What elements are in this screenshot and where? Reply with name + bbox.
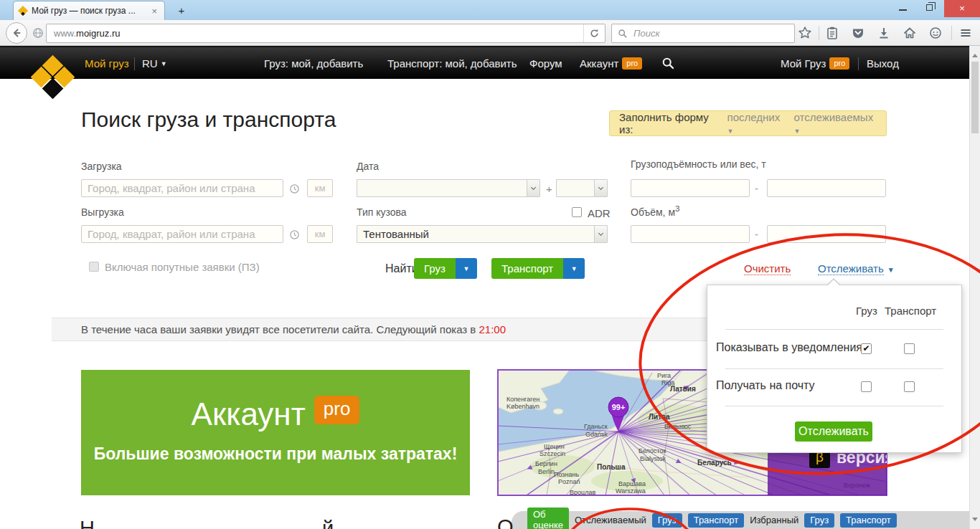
include-related-checkbox[interactable]: [89, 262, 99, 272]
site-logo[interactable]: [30, 56, 76, 103]
popup-col-transport: Транспорт: [885, 305, 936, 317]
search-input[interactable]: [632, 27, 788, 39]
toolbar-separator: [951, 26, 952, 40]
map-city-label: Белосток: [639, 447, 666, 454]
chevron-down-icon: ▼: [727, 128, 734, 135]
nav-transport-menu[interactable]: Транспорт: мой, добавить: [387, 47, 517, 80]
map-city-label: Poznań: [558, 478, 580, 485]
downloads-icon[interactable]: [877, 26, 891, 40]
bookmark-star-icon[interactable]: [798, 26, 812, 40]
select-arrow-icon: [594, 180, 607, 196]
fill-from-recent-link[interactable]: последних ▼: [727, 111, 786, 135]
find-transport-button[interactable]: Транспорт ▼: [491, 258, 585, 279]
chevron-down-icon: ▼: [794, 128, 801, 135]
scrollbar-thumb[interactable]: [971, 62, 979, 133]
window-restore-button[interactable]: [926, 4, 933, 11]
tab-close-icon[interactable]: ×: [150, 6, 159, 16]
favorites-cargo-button[interactable]: Груз: [804, 513, 834, 528]
url-bar[interactable]: www.moigruz.ru: [46, 24, 606, 43]
hamburger-menu-icon[interactable]: [958, 26, 973, 40]
unloading-city-input[interactable]: [81, 225, 283, 243]
chevron-down-icon[interactable]: ▼: [456, 258, 477, 279]
find-cargo-button[interactable]: Груз ▼: [414, 258, 477, 279]
page-title: Поиск груза и транспорта: [81, 108, 336, 132]
unloading-label: Выгрузка: [81, 206, 124, 218]
scroll-down-arrow-icon[interactable]: [972, 518, 978, 524]
nav-account[interactable]: Аккаунтpro: [580, 47, 642, 80]
map-city-label: Гданьск: [584, 423, 608, 430]
browser-toolbar: www.moigruz.ru: [0, 20, 980, 46]
reload-button[interactable]: [583, 24, 605, 42]
fill-form-label: Заполнить форму из:: [619, 111, 719, 135]
title-bar: Мой груз — поиск груза ... × + ×: [0, 0, 980, 20]
favorites-transport-button[interactable]: Транспорт: [840, 513, 897, 528]
volume-label: Объём, м3: [631, 204, 680, 218]
select-arrow-icon: [594, 226, 607, 242]
scroll-up-arrow-icon[interactable]: [972, 51, 978, 57]
nav-cargo-menu[interactable]: Груз: мой, добавить: [264, 47, 363, 80]
tracked-cargo-button[interactable]: Груз: [652, 513, 682, 528]
volume-to-input[interactable]: [767, 225, 886, 243]
banner-title: Аккаунтpro: [81, 396, 470, 432]
clock-icon[interactable]: [289, 229, 300, 240]
vertical-scrollbar[interactable]: [969, 46, 980, 529]
about-rating-button[interactable]: Об оценке: [527, 507, 569, 529]
range-dash: -: [755, 182, 758, 194]
adr-checkbox[interactable]: [572, 207, 582, 217]
body-type-select[interactable]: Тентованный: [357, 225, 608, 243]
hello-chat-icon[interactable]: [928, 26, 943, 40]
nav-forum[interactable]: Форум: [529, 47, 562, 80]
home-icon[interactable]: [903, 26, 917, 40]
favorites-section-label: Избранный: [750, 515, 798, 525]
fill-from-tracked-link[interactable]: отслеживаемых ▼: [794, 111, 877, 135]
window-close-button[interactable]: ×: [944, 0, 980, 17]
pro-badge: pro: [314, 396, 360, 424]
window-minimize-button[interactable]: [899, 9, 907, 11]
language-selector[interactable]: RU▼: [142, 47, 167, 80]
nav-logout[interactable]: Выход: [867, 47, 899, 80]
date-select[interactable]: [357, 179, 540, 197]
loading-city-input[interactable]: [81, 179, 283, 197]
email-transport-checkbox[interactable]: [904, 381, 915, 392]
chevron-down-icon: ▼: [887, 266, 895, 274]
include-related-label: Включая попутные заявки (ПЗ): [105, 261, 260, 273]
url-domain: moigruz.ru: [76, 28, 120, 39]
popup-divider: [725, 329, 943, 330]
track-submit-button[interactable]: Отслеживать: [795, 421, 872, 442]
tracked-transport-button[interactable]: Транспорт: [688, 513, 745, 528]
unloading-km-button[interactable]: км: [307, 225, 333, 243]
browser-tab[interactable]: Мой груз — поиск груза ... ×: [13, 1, 165, 20]
loading-km-button[interactable]: км: [307, 179, 333, 197]
email-cargo-checkbox[interactable]: [861, 381, 872, 392]
search-bar[interactable]: [611, 24, 795, 43]
notify-transport-checkbox[interactable]: [904, 343, 915, 354]
map-city-label: København: [507, 403, 540, 410]
next-show-time: 21:00: [479, 323, 507, 335]
bookmarks-menu-icon[interactable]: [825, 26, 839, 40]
volume-from-input[interactable]: [631, 225, 750, 243]
capacity-from-input[interactable]: [631, 179, 750, 197]
back-button[interactable]: [6, 22, 27, 44]
nav-search-icon[interactable]: [661, 57, 675, 71]
site-identity-globe-icon[interactable]: [32, 27, 44, 39]
chevron-down-icon[interactable]: ▼: [563, 258, 585, 279]
clear-link[interactable]: Очистить: [744, 262, 791, 275]
map-city-label: Вроцлав: [570, 489, 595, 495]
nav-brand[interactable]: Мой груз: [85, 47, 129, 80]
new-tab-button[interactable]: +: [172, 4, 191, 18]
date-range-select[interactable]: [556, 179, 608, 197]
date-plus-sign: +: [546, 183, 552, 195]
account-pro-banner[interactable]: Аккаунтpro Большие возможности при малых…: [81, 370, 470, 495]
notify-cargo-checkbox[interactable]: ✔: [861, 343, 872, 354]
back-arrow-icon: [10, 27, 23, 39]
nav-my-account[interactable]: Мой Грузpro: [781, 47, 849, 80]
clock-icon[interactable]: [289, 184, 300, 194]
capacity-to-input[interactable]: [767, 179, 886, 197]
tab-title: Мой груз — поиск груза ...: [32, 6, 145, 16]
track-link[interactable]: Отслеживать▼: [818, 262, 895, 275]
nav-separator: [858, 57, 859, 70]
capacity-label: Грузоподъёмность или вес, т: [631, 158, 766, 170]
map-city-label: Щецин: [544, 443, 565, 450]
map-city-label: Польша: [597, 463, 625, 471]
pocket-icon[interactable]: [851, 26, 865, 40]
